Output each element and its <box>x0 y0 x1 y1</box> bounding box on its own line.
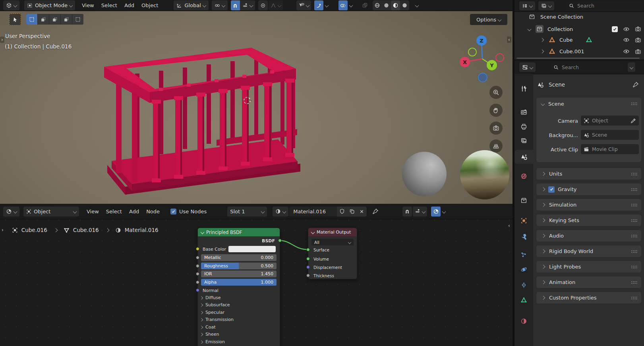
shader-menu-add[interactable]: Add <box>126 207 143 216</box>
outliner-row-collection[interactable]: Collection <box>528 25 641 33</box>
collection-expand-chevron[interactable] <box>528 27 532 31</box>
shader-editor-type-button[interactable] <box>3 207 19 216</box>
editor-type-button[interactable] <box>3 0 19 10</box>
cube-expand-chevron[interactable] <box>540 38 544 42</box>
alpha-socket[interactable] <box>196 280 199 284</box>
output-target-dropdown[interactable]: All <box>311 239 354 245</box>
tab-constraints[interactable] <box>514 278 533 292</box>
active-clip-field-button[interactable]: Movie Clip <box>581 144 639 154</box>
outliner-row-scene-collection[interactable]: Scene Collection <box>529 14 583 20</box>
roughness-slider[interactable]: Roughness0.500 <box>201 263 277 269</box>
panel-grip[interactable] <box>631 102 638 105</box>
panel-gravity[interactable]: Gravity <box>536 184 641 195</box>
active-tool-button[interactable] <box>9 14 21 25</box>
gizmos-toggle[interactable] <box>314 0 323 10</box>
panel-units[interactable]: Units <box>536 168 641 180</box>
navigation-gizmo[interactable]: Z X Y <box>453 32 507 84</box>
volume-socket[interactable] <box>306 257 310 261</box>
shader-menu-view[interactable]: View <box>83 207 102 216</box>
outliner-search[interactable] <box>566 1 643 10</box>
shading-rendered[interactable] <box>400 0 409 10</box>
panel-keying-sets[interactable]: Keying Sets <box>536 215 641 226</box>
normal-socket[interactable] <box>196 288 199 292</box>
snap-toggle[interactable] <box>231 0 240 10</box>
new-material-button[interactable] <box>347 207 357 216</box>
shading-wireframe[interactable] <box>373 0 382 10</box>
shader-overlays-dropdown[interactable] <box>442 209 446 213</box>
ior-socket[interactable] <box>196 272 199 276</box>
shader-menu-node[interactable]: Node <box>143 207 163 216</box>
use-nodes-checkbox[interactable]: Use Nodes <box>170 209 207 215</box>
displacement-socket[interactable] <box>306 265 310 269</box>
tab-object[interactable] <box>514 213 533 228</box>
shader-menu-select[interactable]: Select <box>102 207 126 216</box>
perspective-toggle-button[interactable] <box>489 139 503 153</box>
unlink-material-button[interactable] <box>357 207 367 216</box>
select-mode-invert[interactable] <box>61 14 72 25</box>
snap-settings-dropdown[interactable] <box>240 3 255 8</box>
menu-select[interactable]: Select <box>98 0 121 10</box>
section-sheen[interactable]: Sheen <box>200 332 219 337</box>
material-output-node[interactable]: Material Output All Surface Volume Displ… <box>308 228 357 279</box>
outliner-filter-button[interactable] <box>538 1 554 10</box>
scene-panel-header[interactable]: Scene <box>536 98 641 110</box>
section-diffuse[interactable]: Diffuse <box>200 295 221 300</box>
gravity-checkbox[interactable] <box>548 186 555 193</box>
select-mode-intersect[interactable] <box>72 14 83 25</box>
bsdf-output-socket[interactable] <box>278 239 282 242</box>
fake-user-button[interactable] <box>337 207 347 216</box>
camera-restrict-icon[interactable] <box>635 37 641 43</box>
pivot-point-dropdown[interactable] <box>212 0 228 10</box>
tab-object-data[interactable] <box>514 293 533 307</box>
camera-restrict-icon[interactable] <box>635 26 641 32</box>
show-gizmo-dropdown[interactable] <box>296 0 311 10</box>
eye-icon[interactable] <box>623 37 630 43</box>
material-name-field[interactable]: Material.016 <box>289 207 337 216</box>
panel-animation[interactable]: Animation <box>536 276 641 288</box>
metallic-socket[interactable] <box>196 256 199 259</box>
overlays-toggle[interactable] <box>338 0 348 10</box>
shader-toolbar-chevron[interactable]: › <box>0 227 5 233</box>
eyedropper-icon[interactable] <box>630 118 636 124</box>
shading-material-preview[interactable] <box>391 0 400 10</box>
section-emission[interactable]: Emission <box>200 339 225 344</box>
section-subsurface[interactable]: Subsurface <box>200 302 230 307</box>
section-specular[interactable]: Specular <box>200 310 224 315</box>
shader-snap-target-dropdown[interactable] <box>413 207 427 216</box>
tab-render[interactable] <box>514 105 533 119</box>
outliner-row-cube001[interactable]: Cube.001 <box>541 48 641 55</box>
gizmos-dropdown[interactable] <box>325 4 329 8</box>
shader-snap-toggle[interactable] <box>402 207 412 216</box>
panel-simulation[interactable]: Simulation <box>536 199 641 211</box>
sidebar-collapse-chevron[interactable]: ‹ <box>507 37 511 43</box>
panel-rigid-body-world[interactable]: Rigid Body World <box>536 245 641 257</box>
tab-view-layer[interactable] <box>514 133 533 148</box>
panel-light-probes[interactable]: Light Probes <box>536 261 641 273</box>
select-mode-new[interactable] <box>26 14 37 25</box>
properties-options-dropdown[interactable] <box>628 62 635 72</box>
overlays-dropdown[interactable] <box>349 4 353 8</box>
toolbar-expand-chevron[interactable]: › <box>0 37 4 43</box>
mode-dropdown[interactable]: Object Mode <box>24 0 75 10</box>
output-node-header[interactable]: Material Output <box>308 228 357 236</box>
outliner-scrollbar[interactable] <box>516 58 640 59</box>
base-color-socket[interactable] <box>196 247 199 251</box>
pan-button[interactable] <box>489 104 503 117</box>
tab-particles[interactable] <box>514 247 533 262</box>
section-coat[interactable]: Coat <box>200 325 215 330</box>
shader-type-dropdown[interactable]: Object <box>23 207 79 216</box>
3d-viewport[interactable]: User Perspective (1) Collection | Cube.0… <box>0 0 512 204</box>
tab-scene[interactable] <box>514 150 533 164</box>
pin-button[interactable] <box>372 208 379 215</box>
xray-toggle[interactable] <box>362 2 368 8</box>
falloff-dropdown[interactable] <box>269 0 283 10</box>
transform-orientation-dropdown[interactable]: Global <box>174 0 208 10</box>
shader-overlays-toggle[interactable] <box>431 207 441 216</box>
camera-restrict-icon[interactable] <box>635 48 641 55</box>
proportional-editing-toggle[interactable] <box>258 0 268 10</box>
camera-field-button[interactable]: Object <box>581 116 639 126</box>
menu-object[interactable]: Object <box>138 0 162 10</box>
surface-socket[interactable] <box>306 248 310 251</box>
pin-icon[interactable] <box>632 81 639 88</box>
tab-material[interactable] <box>514 314 533 328</box>
